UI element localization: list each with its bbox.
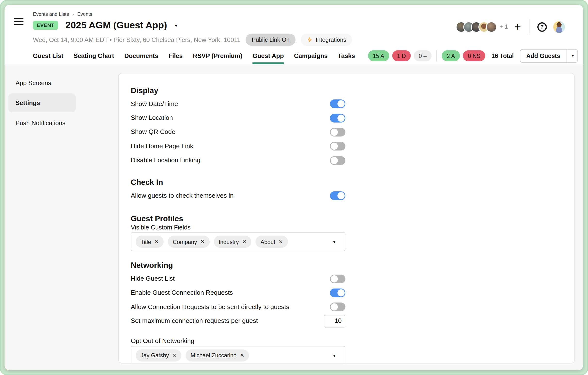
title-row: EVENT 2025 AGM (Guest App) ▼ xyxy=(33,20,352,30)
avatar[interactable] xyxy=(486,21,497,32)
tab-guest-app[interactable]: Guest App xyxy=(252,47,284,64)
chip-industry: Industry ✕ xyxy=(214,236,251,248)
section-heading-guest-profiles: Guest Profiles xyxy=(131,214,345,223)
remove-icon[interactable]: ✕ xyxy=(242,239,246,244)
toggle-show-qr-code[interactable] xyxy=(330,128,345,137)
badge-no-show[interactable]: 0 NS xyxy=(463,50,485,61)
section-heading-networking: Networking xyxy=(131,261,345,270)
chip-label: Michael Zuccarino xyxy=(190,352,237,359)
integrations-button[interactable]: Integrations xyxy=(301,34,352,46)
help-icon[interactable]: ? xyxy=(537,22,547,32)
setting-label: Show Location xyxy=(131,114,173,122)
guest-count-badges: 15 A 1 D 0 – 2 A 0 NS xyxy=(368,50,485,62)
setting-row: Show Date/Time xyxy=(131,97,345,111)
toggle-enable-connection-requests[interactable] xyxy=(330,289,345,297)
event-meta-row: Wed, Oct 14, 9:00 AM EDT • Pier Sixty, 6… xyxy=(33,34,352,46)
breadcrumb-events-and-lists[interactable]: Events and Lists xyxy=(33,11,69,17)
chip-label: About xyxy=(261,239,275,245)
setting-row: Allow guests to check themselves in xyxy=(131,189,345,203)
setting-row: Hide Guest List xyxy=(131,272,345,286)
setting-label: Set maximum connection requests per gues… xyxy=(131,317,258,325)
sidebar-item-settings[interactable]: Settings xyxy=(8,93,76,112)
tab-rsvp[interactable]: RSVP (Premium) xyxy=(193,47,242,64)
setting-label: Hide Guest List xyxy=(131,275,175,283)
page-frame: Events and Lists › Events EVENT 2025 AGM… xyxy=(0,0,588,375)
header-main: Events and Lists › Events EVENT 2025 AGM… xyxy=(33,5,352,46)
breadcrumb-separator: › xyxy=(72,12,74,17)
sidebar-item-app-screens[interactable]: App Screens xyxy=(8,73,76,92)
max-connection-requests-input[interactable] xyxy=(324,315,345,327)
chip-company: Company ✕ xyxy=(168,236,210,248)
toggle-show-date-time[interactable] xyxy=(330,99,345,108)
chip-about: About ✕ xyxy=(255,236,288,248)
public-link-status-pill[interactable]: Public Link On xyxy=(246,34,296,46)
tab-files[interactable]: Files xyxy=(168,47,183,64)
tab-campaigns[interactable]: Campaigns xyxy=(294,47,328,64)
lightning-icon xyxy=(307,37,312,43)
chip-label: Industry xyxy=(219,239,239,245)
menu-icon[interactable] xyxy=(14,18,23,25)
opt-out-networking-select[interactable]: Jay Gatsby ✕ Michael Zuccarino ✕ ▼ xyxy=(131,346,345,363)
toggle-disable-location-linking[interactable] xyxy=(330,156,345,165)
tab-documents[interactable]: Documents xyxy=(124,47,158,64)
toggle-self-check-in[interactable] xyxy=(330,191,345,200)
networking-rows: Hide Guest List Enable Guest Connection … xyxy=(131,272,345,328)
chip-label: Title xyxy=(141,239,151,245)
add-guests-dropdown[interactable]: ▼ xyxy=(566,49,578,62)
setting-row: Hide Home Page Link xyxy=(131,139,345,153)
chevron-down-icon[interactable]: ▼ xyxy=(332,239,336,244)
visible-custom-fields-select[interactable]: Title ✕ Company ✕ Industry ✕ About ✕ xyxy=(131,232,345,251)
collaborator-avatars xyxy=(456,21,497,32)
chip-label: Jay Gatsby xyxy=(141,352,169,359)
total-guest-count: 16 Total xyxy=(491,52,514,59)
setting-label: Show Date/Time xyxy=(131,100,178,108)
remove-icon[interactable]: ✕ xyxy=(200,239,205,244)
remove-icon[interactable]: ✕ xyxy=(154,239,159,244)
breadcrumb-events[interactable]: Events xyxy=(77,11,92,17)
sidebar-item-push-notifications[interactable]: Push Notifications xyxy=(8,114,76,132)
page-title: 2025 AGM (Guest App) xyxy=(65,20,167,30)
event-type-badge: EVENT xyxy=(33,21,58,30)
header: Events and Lists › Events EVENT 2025 AGM… xyxy=(5,5,583,65)
settings-content: Display Show Date/Time Show Location Sho… xyxy=(131,73,345,363)
check-in-rows: Allow guests to check themselves in xyxy=(131,189,345,203)
badge-checked-in[interactable]: 2 A xyxy=(442,50,460,61)
settings-panel: Display Show Date/Time Show Location Sho… xyxy=(118,73,575,363)
badge-no-response[interactable]: 0 – xyxy=(414,50,431,61)
app-card: Events and Lists › Events EVENT 2025 AGM… xyxy=(5,5,583,370)
tab-seating-chart[interactable]: Seating Chart xyxy=(74,47,114,64)
toggle-hide-home-page-link[interactable] xyxy=(330,142,345,151)
add-guests-button: Add Guests ▼ xyxy=(520,49,578,63)
badge-declined[interactable]: 1 D xyxy=(392,50,411,61)
badge-divider xyxy=(436,50,437,62)
add-collaborator-button[interactable]: + xyxy=(514,22,521,31)
setting-row: Show QR Code xyxy=(131,125,345,139)
tab-bar: Guest List Seating Chart Documents Files… xyxy=(33,47,578,64)
section-heading-check-in: Check In xyxy=(131,178,345,187)
setting-label: Allow Connection Requests to be sent dir… xyxy=(131,303,289,311)
chevron-down-icon[interactable]: ▼ xyxy=(332,353,336,358)
tab-guest-list[interactable]: Guest List xyxy=(33,47,63,64)
chip-label: Company xyxy=(173,239,197,245)
add-guests-label[interactable]: Add Guests xyxy=(520,49,566,62)
profile-avatar[interactable] xyxy=(553,21,565,33)
remove-icon[interactable]: ✕ xyxy=(172,353,177,358)
avatar-overflow-count[interactable]: + 1 xyxy=(500,23,508,30)
event-datetime-location: Wed, Oct 14, 9:00 AM EDT • Pier Sixty, 6… xyxy=(33,36,241,43)
remove-icon[interactable]: ✕ xyxy=(240,353,244,358)
tab-tasks[interactable]: Tasks xyxy=(338,47,355,64)
setting-label: Allow guests to check themselves in xyxy=(131,192,233,199)
setting-row: Set maximum connection requests per gues… xyxy=(131,314,345,328)
badge-attending[interactable]: 15 A xyxy=(368,50,389,61)
setting-label: Hide Home Page Link xyxy=(131,143,193,150)
header-right: + 1 + ? xyxy=(456,19,565,34)
toggle-hide-guest-list[interactable] xyxy=(330,274,345,283)
remove-icon[interactable]: ✕ xyxy=(279,239,283,244)
setting-label: Disable Location Linking xyxy=(131,157,200,164)
setting-label: Show QR Code xyxy=(131,128,175,136)
setting-row: Disable Location Linking xyxy=(131,153,345,167)
toggle-show-location[interactable] xyxy=(330,114,345,122)
toggle-direct-connection-requests[interactable] xyxy=(330,303,345,311)
header-divider xyxy=(529,19,529,34)
chevron-down-icon[interactable]: ▼ xyxy=(174,22,178,28)
